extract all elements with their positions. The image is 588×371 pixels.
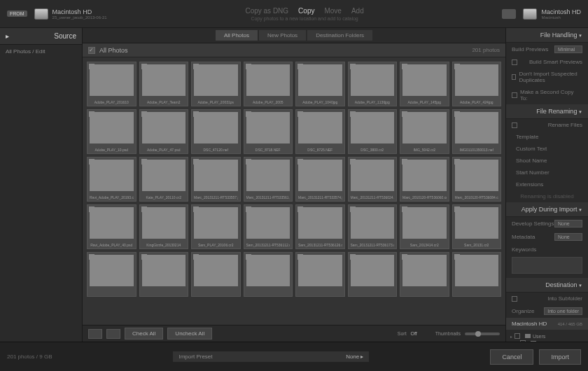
thumbnail[interactable]: Adobe_PLAY_424jpg [452,62,502,106]
dest-drive[interactable]: Macintosh HD Macintosh [502,8,581,20]
thumbnail[interactable]: Sam_2013414.cr2 [400,204,449,249]
check-all-button[interactable]: Check All [125,328,163,340]
filter-tabs: All Photos New Photos Destination Folder… [83,28,505,43]
thumbnail[interactable]: IMG_5042.cr2 [400,109,449,154]
thumbnail[interactable] [191,252,241,297]
organize-dropdown[interactable]: Into one folder [544,307,582,315]
shoot-name-row: Shoot Name [506,155,588,167]
thumbnail[interactable] [87,252,136,297]
subfolder-checkbox[interactable] [512,296,517,302]
metadata-dropdown[interactable]: None [554,233,582,241]
build-previews-dropdown[interactable]: Minimal [554,46,582,53]
mode-copy-dng[interactable]: Copy as DNG [245,7,288,15]
develop-settings-dropdown[interactable]: None [554,220,582,227]
apply-during-import-header[interactable]: Apply During Import [506,202,588,217]
thumbnail[interactable]: Sam_PLAY_20106.cr2 [191,204,241,249]
thumbnail[interactable]: Marc_20131211-RT533561.jpg2 [244,157,293,202]
file-renaming-header[interactable]: File Renaming [506,104,588,119]
smart-previews-checkbox[interactable] [512,59,517,65]
tree-checkbox[interactable] [520,340,526,342]
thumbnail[interactable]: Kate_PLAY_20110.cr2 [139,157,189,202]
source-drive[interactable]: FROM Macintosh HD 25_owner_jacob_2013-06… [7,8,107,20]
keywords-input[interactable] [512,257,582,274]
thumbnail[interactable] [452,252,502,297]
thumb-filename: IMG_5042.cr2 [402,148,447,152]
tab-new-photos[interactable]: New Photos [259,30,306,41]
uncheck-all-button[interactable]: Uncheck All [167,328,212,340]
thumbnail[interactable]: DSC_3800.cr2 [348,109,398,154]
thumbnail[interactable]: DSC_8725.NEF [295,109,345,154]
tab-all-photos[interactable]: All Photos [216,30,258,41]
thumb-image [402,255,447,286]
source-item[interactable]: All Photos / Edit [0,45,82,58]
thumbnail[interactable]: Adobe_PLAY_10.psd [87,109,136,154]
thumbnail[interactable]: Ravi_Adobe_PLAY_20193.cr2 [87,157,136,202]
thumbnail[interactable]: Adobe_PLAY_Team2 [139,62,189,106]
thumbnail[interactable]: Sam_20131211-RT536112.cr2 [244,204,293,249]
thumbnail[interactable]: Marc_2010120-RT536084.cr2 [452,157,502,202]
thumbnail[interactable]: Adobe_PLAY_47.psd [139,109,189,154]
thumbnail[interactable] [400,252,449,297]
thumb-image [90,64,134,96]
thumb-filename: Sam_PLAY_20106.cr2 [194,243,238,247]
thumbnail[interactable]: Sam_20131.cr2 [452,204,502,249]
thumbnail[interactable]: Adobe_PLAY_201610 [87,62,136,106]
thumb-image [142,207,186,239]
import-button[interactable]: Import [539,349,581,365]
thumbnail[interactable] [295,252,345,297]
thumbnail[interactable] [244,252,293,297]
thumb-filename: Ravi_Adobe_PLAY_20193.cr2 [90,195,134,200]
thumbnail[interactable]: KingGizzle_20130214 [139,204,189,249]
thumbnail[interactable]: Sam_20131211-RT536126.cr2 [295,204,345,249]
dupes-checkbox[interactable] [512,74,516,80]
thumbnail-size-slider[interactable] [465,332,500,335]
mode-copy[interactable]: Copy [298,7,314,15]
destination-header[interactable]: Destination [506,278,588,293]
sort-value[interactable]: Off [411,331,417,336]
thumbnail[interactable]: Adobe_PLAY_20031ps [191,62,241,106]
thumbnail[interactable]: Marc_20131211-RT533557.jpg2 [191,157,241,202]
renaming-disabled: Renaming is disabled [506,190,588,202]
thumb-filename: Marc_20131211-RT536024.cr2 [351,195,395,200]
tree-label: Users [533,334,545,339]
source-header[interactable]: ▸Source [0,28,82,45]
rename-checkbox[interactable] [512,122,517,128]
second-copy-checkbox[interactable] [512,92,517,98]
thumbnail[interactable]: Adobe_PLAY_1040jpg [295,62,345,106]
thumbnail[interactable]: Ravi_Adobe_PLAY_40.psd [87,204,136,249]
import-preset-dropdown[interactable]: Import Preset None ▸ [173,351,369,362]
thumbnail[interactable]: IMG01101350013.nef [452,109,502,154]
folder-icon [531,341,536,342]
thumb-image [402,160,447,191]
top-bar: FROM Macintosh HD 25_owner_jacob_2013-06… [0,0,588,28]
tree-item[interactable]: ▸Users [510,332,584,340]
thumbnail[interactable]: DSC_8718.NEF [244,109,293,154]
thumb-image [194,160,238,191]
thumb-image [194,207,238,239]
thumbnail[interactable]: Sam_20131211-RT536173.cr2 [348,204,398,249]
thumbnail[interactable] [348,252,398,297]
tab-destination[interactable]: Destination Folders [307,30,372,41]
loupe-view-icon[interactable] [106,329,120,339]
thumbnail[interactable]: Marc_20131211-RT533574.jpg2 [295,157,345,202]
grid-view-icon[interactable] [88,329,102,339]
thumb-image [298,112,342,144]
cancel-button[interactable]: Cancel [490,349,533,365]
tree-checkbox[interactable] [514,333,520,339]
thumbnail[interactable]: Marc_20131211-RT536024.cr2 [348,157,398,202]
thumbnail[interactable]: Adobe_PLAY_145jpg [400,62,449,106]
mode-move[interactable]: Move [324,7,341,15]
thumbnail[interactable]: Adobe_PLAY_1136jpg [348,62,398,106]
thumbnail[interactable]: DSC_47120.nef [191,109,241,154]
thumbnail[interactable]: Marc_2010120-RT536060.cr2 [400,157,449,202]
thumbnail[interactable]: Adobe_PLAY_2005 [244,62,293,106]
mode-add[interactable]: Add [351,7,364,15]
thumb-filename: DSC_8718.NEF [246,148,290,152]
thumb-image [142,255,186,286]
thumb-filename: Adobe_PLAY_Team2 [142,100,186,104]
thumbnail[interactable] [139,252,189,297]
file-handling-header[interactable]: File Handling [506,28,588,43]
tree-item[interactable]: ▸orangeS [510,340,584,342]
thumb-image [455,207,499,239]
select-all-checkbox[interactable] [88,47,95,54]
